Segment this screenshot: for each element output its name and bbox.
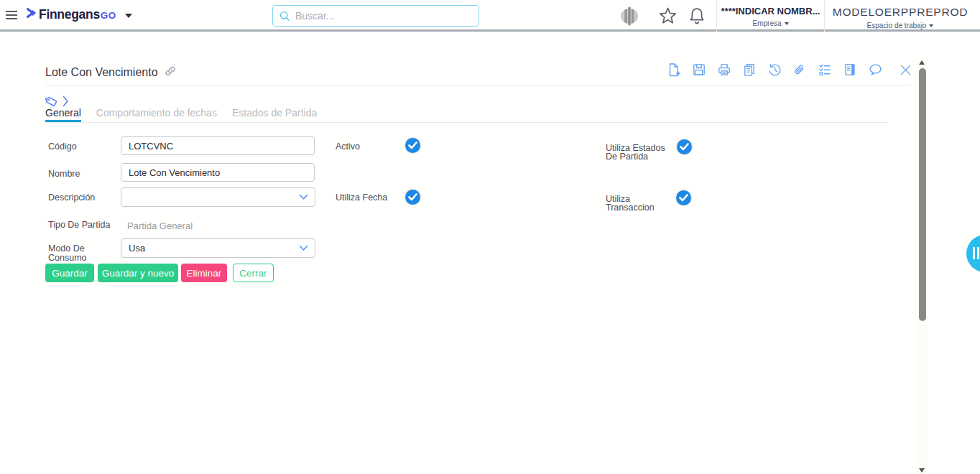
activo-checkbox[interactable]	[405, 138, 420, 153]
title-divider	[45, 85, 912, 85]
top-bar: Finnegans GO	[0, 0, 980, 32]
chevron-down-icon	[299, 194, 308, 200]
modo-de-consumo-select[interactable]: Usa	[121, 238, 315, 258]
codigo-input[interactable]	[121, 136, 315, 155]
workspace-selector[interactable]: MODELOERPPREPROD Espacio de trabajo	[825, 0, 976, 32]
page-title-row: Lote Con Vencimiento	[45, 65, 177, 80]
workspace-name: MODELOERPPREPROD	[825, 6, 976, 19]
company-caret-icon	[785, 22, 789, 25]
save-button[interactable]	[691, 62, 707, 78]
chevron-down-icon	[299, 245, 308, 251]
report-button[interactable]	[842, 62, 858, 78]
workspace-caret-icon	[929, 24, 933, 27]
global-search[interactable]	[272, 5, 479, 27]
side-panel-fab[interactable]	[966, 235, 980, 272]
nombre-label: Nombre	[48, 169, 80, 179]
page-title: Lote Con Vencimiento	[45, 66, 158, 79]
check-icon	[408, 141, 417, 149]
attachment-icon	[792, 62, 807, 78]
company-name: ****INDICAR NOMBR...	[717, 6, 824, 17]
modo-de-consumo-label: Modo De Consumo	[48, 244, 100, 262]
nombre-input[interactable]	[121, 163, 315, 182]
tipo-de-partida-label: Tipo De Partida	[48, 220, 110, 230]
guardar-y-nuevo-button[interactable]: Guardar y nuevo	[98, 264, 178, 282]
history-button[interactable]	[767, 62, 782, 78]
brand-caret-icon[interactable]	[125, 14, 132, 18]
brand-suffix: GO	[101, 10, 116, 21]
task-list-icon	[818, 62, 832, 77]
new-document-icon	[667, 62, 681, 78]
comments-icon	[868, 62, 883, 77]
pause-bars-icon	[973, 247, 975, 259]
comments-button[interactable]	[867, 62, 883, 78]
search-icon	[279, 11, 290, 22]
task-list-button[interactable]	[817, 62, 833, 78]
hamburger-menu-icon[interactable]	[6, 11, 17, 20]
scrollbar-up-arrow[interactable]	[919, 60, 925, 65]
copy-icon	[742, 62, 757, 77]
history-icon	[767, 62, 782, 78]
activo-label: Activo	[336, 142, 360, 152]
utiliza-transaccion-checkbox[interactable]	[676, 190, 691, 205]
check-icon	[680, 143, 689, 151]
tabs-divider	[45, 122, 888, 123]
new-document-button[interactable]	[666, 62, 682, 78]
utiliza-fecha-checkbox[interactable]	[405, 190, 420, 205]
copy-button[interactable]	[741, 62, 757, 78]
notifications-bell-icon[interactable]	[688, 6, 706, 29]
company-selector[interactable]: ****INDICAR NOMBR... Empresa	[717, 0, 824, 32]
descripcion-select[interactable]	[121, 187, 315, 207]
utiliza-fecha-label: Utiliza Fecha	[336, 193, 387, 203]
apps-sphere-icon[interactable]	[619, 6, 639, 29]
tab-comportamiento-de-fechas[interactable]: Comportamiento de fechas	[96, 107, 217, 122]
tab-estados-de-partida[interactable]: Estados de Partida	[232, 107, 317, 122]
search-input[interactable]	[295, 10, 479, 22]
brand-arrow-icon	[26, 6, 37, 22]
pause-bars-icon	[977, 247, 979, 259]
app-screen: Finnegans GO	[0, 0, 980, 474]
modo-de-consumo-value: Usa	[129, 243, 299, 254]
print-button[interactable]	[716, 62, 732, 78]
scrollbar-down-arrow[interactable]	[919, 468, 925, 473]
tipo-de-partida-value: Partida General	[127, 220, 193, 231]
favorites-star-icon[interactable]	[658, 6, 678, 28]
vertical-scrollbar-thumb[interactable]	[919, 68, 926, 321]
record-tabs: General Comportamiento de fechas Estados…	[45, 107, 332, 122]
descripcion-label: Descripción	[48, 193, 95, 203]
print-icon	[717, 62, 731, 77]
brand-name: Finnegans	[39, 7, 100, 22]
record-toolbar	[666, 62, 913, 78]
utiliza-estados-de-partida-label: Utiliza Estados De Partida	[606, 144, 675, 161]
utiliza-transaccion-label: Utiliza Transaccion	[606, 195, 656, 212]
report-icon	[843, 62, 857, 77]
company-role-label: Empresa	[752, 19, 781, 27]
cerrar-button[interactable]: Cerrar	[233, 264, 274, 282]
brand-logo[interactable]: Finnegans GO	[26, 6, 132, 22]
workspace-role-label: Espacio de trabajo	[867, 22, 927, 29]
attachment-button[interactable]	[792, 62, 808, 78]
check-icon	[408, 193, 417, 201]
tab-general[interactable]: General	[45, 107, 81, 122]
save-icon	[692, 62, 706, 77]
close-icon	[899, 63, 912, 77]
link-icon[interactable]	[164, 65, 177, 80]
eliminar-button[interactable]: Eliminar	[181, 264, 227, 282]
guardar-button[interactable]: Guardar	[45, 264, 94, 282]
close-record-button[interactable]	[897, 62, 913, 78]
utiliza-estados-de-partida-checkbox[interactable]	[677, 139, 692, 154]
codigo-label: Código	[48, 142, 77, 152]
check-icon	[679, 194, 688, 202]
